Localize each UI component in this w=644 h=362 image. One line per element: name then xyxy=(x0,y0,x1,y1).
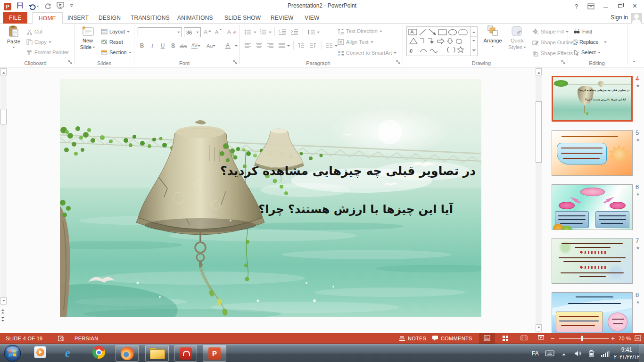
reset-button[interactable]: Reset xyxy=(101,37,123,47)
language-indicator[interactable]: PERSIAN xyxy=(74,333,98,344)
help-button[interactable]: ? xyxy=(569,0,584,12)
zoom-slider-thumb[interactable] xyxy=(581,335,583,341)
main-scroll-down-button[interactable] xyxy=(0,297,7,304)
taskbar-internet-explorer-button[interactable]: e xyxy=(65,347,70,359)
restore-button[interactable] xyxy=(613,0,627,12)
numbering-button[interactable] xyxy=(259,27,272,37)
line-spacing-button[interactable] xyxy=(307,27,320,37)
align-left-button[interactable] xyxy=(244,41,251,50)
main-scrollbar-thumb[interactable] xyxy=(0,109,7,124)
convert-to-smartart-button[interactable]: Convert to SmartArt xyxy=(338,48,396,58)
shapes-scroll-down-icon[interactable] xyxy=(471,37,477,47)
thumbnails-scroll-up-button[interactable] xyxy=(536,68,542,75)
replace-button[interactable]: abacReplace xyxy=(573,37,607,47)
volume-button[interactable] xyxy=(574,344,581,362)
font-name-combobox[interactable] xyxy=(138,27,182,37)
shapes-gallery[interactable] xyxy=(406,26,478,56)
font-size-dropdown-caret[interactable] xyxy=(196,32,199,34)
battery-indicator[interactable] xyxy=(588,344,594,362)
zoom-level[interactable]: 70 % xyxy=(619,333,631,344)
tab-transitions[interactable]: TRANSITIONS xyxy=(124,12,176,24)
bold-button[interactable]: B xyxy=(138,41,146,51)
slide-indicator[interactable]: SLIDE 4 OF 19 xyxy=(6,333,43,344)
drawing-dialog-launcher-icon[interactable] xyxy=(561,60,566,65)
font-size-combobox[interactable]: 36 xyxy=(184,27,201,37)
align-text-button[interactable]: Align Text xyxy=(338,37,373,47)
decrease-indent-button[interactable] xyxy=(278,27,286,37)
slide-text-line2[interactable]: آیا این چیزها با ارزش هستند؟ چرا؟ xyxy=(258,203,453,216)
section-button[interactable]: Section xyxy=(101,48,132,57)
slide-show-button[interactable] xyxy=(533,333,549,344)
thumbnails-scrollbar-thumb[interactable] xyxy=(536,101,542,163)
arrange-button[interactable]: Arrange xyxy=(481,25,504,49)
sign-in-link[interactable]: Sign in xyxy=(611,14,628,21)
taskbar-media-player-button[interactable] xyxy=(34,346,46,358)
shape-fill-button[interactable]: Shape Fill xyxy=(532,27,569,36)
align-center-button[interactable] xyxy=(256,41,263,50)
taskbar-firefox-button[interactable] xyxy=(116,345,139,362)
normal-view-button[interactable] xyxy=(479,333,495,344)
select-button[interactable]: Select xyxy=(573,48,601,57)
taskbar-acrobat-button[interactable] xyxy=(174,345,197,362)
layout-button[interactable]: Layout xyxy=(101,27,130,36)
minimize-button[interactable] xyxy=(598,0,613,12)
thumbnail-slide-5[interactable] xyxy=(552,130,633,176)
paste-button[interactable]: Paste xyxy=(4,25,24,49)
new-slide-button[interactable]: New Slide xyxy=(77,25,99,50)
text-direction-button[interactable]: Text Direction xyxy=(338,26,382,36)
tab-file[interactable]: FILE xyxy=(3,12,27,24)
tab-insert[interactable]: INSERT xyxy=(61,12,95,24)
comments-button[interactable]: COMMENTS xyxy=(432,333,472,344)
shrink-font-button[interactable]: A xyxy=(215,27,222,37)
thumbnail-slide-7[interactable] xyxy=(552,238,633,284)
slide-sorter-view-button[interactable] xyxy=(497,333,513,344)
main-scrollbar[interactable] xyxy=(0,67,7,305)
avatar[interactable] xyxy=(631,13,642,24)
fit-to-window-button[interactable] xyxy=(635,333,641,344)
main-scroll-up-button[interactable] xyxy=(0,68,7,75)
font-name-dropdown-caret[interactable] xyxy=(177,32,180,34)
slide-text-line1[interactable]: در تصاویر قبلی چه چیزهایی مشاهده کردید؟ xyxy=(220,164,476,178)
spell-check-button[interactable] xyxy=(58,333,65,344)
shape-effects-button[interactable]: Shape Effects xyxy=(532,49,578,58)
copy-button[interactable]: Copy xyxy=(26,37,51,47)
underline-button[interactable]: U xyxy=(158,41,167,51)
columns-button[interactable] xyxy=(325,41,338,50)
keyboard-layout-button[interactable] xyxy=(545,344,554,362)
tab-review[interactable]: REVIEW xyxy=(264,12,300,24)
format-painter-button[interactable]: Format Painter xyxy=(26,48,69,57)
font-color-button[interactable]: A xyxy=(223,41,232,51)
change-case-button[interactable]: Aa xyxy=(206,41,215,51)
find-button[interactable]: Find xyxy=(573,27,592,36)
justify-button[interactable] xyxy=(278,41,290,50)
taskbar-chrome-button[interactable] xyxy=(92,346,105,359)
italic-button[interactable]: I xyxy=(148,41,157,51)
ribbon-display-options-button[interactable] xyxy=(584,0,598,12)
taskbar-powerpoint-button[interactable]: P xyxy=(203,345,226,362)
reading-view-button[interactable] xyxy=(516,333,532,344)
clear-formatting-button[interactable]: A xyxy=(227,27,236,37)
zoom-in-button[interactable]: + xyxy=(611,333,615,344)
thumbnail-slide-6[interactable] xyxy=(552,184,633,230)
tab-design[interactable]: DESIGN xyxy=(92,12,127,24)
start-button[interactable] xyxy=(4,345,21,362)
next-slide-button[interactable] xyxy=(1,317,4,323)
right-to-left-button[interactable] xyxy=(309,41,317,50)
zoom-out-button[interactable]: − xyxy=(551,333,554,344)
shapes-scroll-up-icon[interactable] xyxy=(471,27,477,37)
strikethrough-button[interactable]: abc xyxy=(179,41,188,51)
quick-styles-button[interactable]: Quick Styles xyxy=(505,25,529,50)
notes-button[interactable]: NOTES xyxy=(399,333,426,344)
left-to-right-button[interactable] xyxy=(297,41,305,50)
taskbar-file-explorer-button[interactable] xyxy=(145,345,169,362)
font-dialog-launcher-icon[interactable] xyxy=(233,60,238,65)
language-bar[interactable]: FA xyxy=(532,344,539,362)
tab-home[interactable]: HOME xyxy=(32,12,63,24)
network-indicator[interactable] xyxy=(601,344,610,362)
shapes-gallery-scroll[interactable] xyxy=(470,27,477,56)
grow-font-button[interactable]: A xyxy=(204,27,211,37)
increase-indent-button[interactable] xyxy=(290,27,298,37)
close-button[interactable]: × xyxy=(627,0,642,12)
shape-outline-button[interactable]: Shape Outline xyxy=(532,38,578,47)
thumbnails-scroll-down-button[interactable] xyxy=(536,324,542,331)
